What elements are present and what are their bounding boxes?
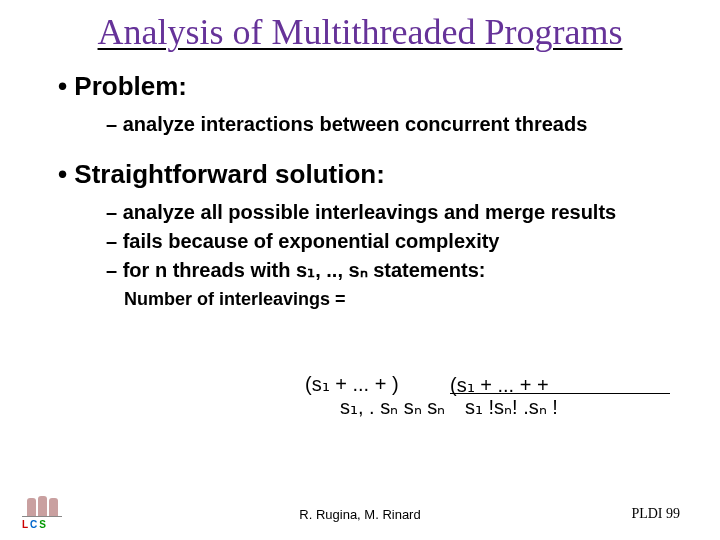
authors: R. Rugina, M. Rinard (0, 507, 720, 522)
slide-title: Analysis of Multithreaded Programs (0, 0, 720, 53)
fraction-bar (450, 393, 670, 394)
footer: LCS R. Rugina, M. Rinard PLDI 99 (0, 500, 720, 530)
solution-item-2: fails because of exponential complexity (106, 229, 670, 254)
conference-label: PLDI 99 (631, 506, 680, 522)
formula-denom-right: s₁ !sₙ! .sₙ ! (465, 395, 558, 419)
interleavings-label: Number of interleavings = (124, 289, 670, 310)
formula-numerator-left: (s₁ + ... + ) (305, 372, 399, 396)
formula-denom-left: s₁, . sₙ sₙ sₙ (340, 395, 445, 419)
solution-item-3: for n threads with s₁, .., sₙ statements… (106, 258, 670, 283)
problem-heading: Problem: (58, 71, 670, 102)
problem-item: analyze interactions between concurrent … (106, 112, 670, 137)
slide-content: Problem: analyze interactions between co… (0, 53, 720, 310)
solution-item-1: analyze all possible interleavings and m… (106, 200, 670, 225)
solution-heading: Straightforward solution: (58, 159, 670, 190)
